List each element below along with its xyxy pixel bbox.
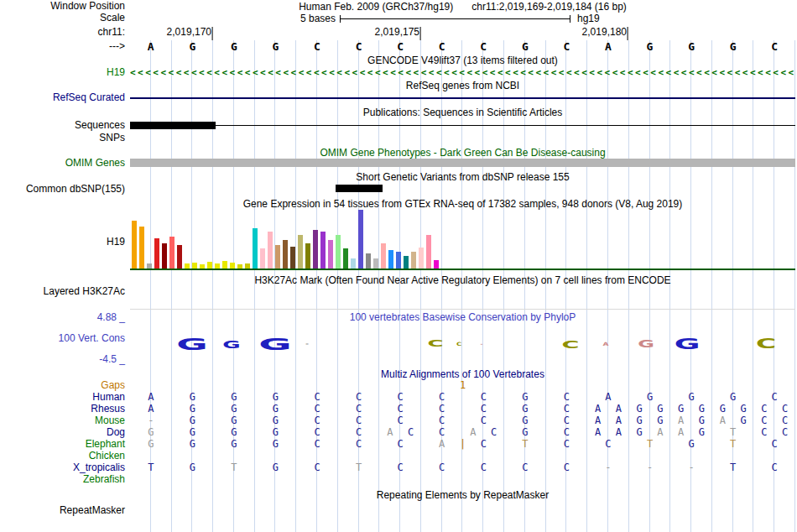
- publications-sequence-box[interactable]: [130, 122, 216, 129]
- alignment-base: G: [730, 392, 736, 403]
- omim-gene-bar[interactable]: [130, 159, 795, 167]
- gtex-bar[interactable]: [162, 243, 167, 269]
- refseq-gene-line[interactable]: [130, 97, 795, 99]
- gtex-bar[interactable]: [419, 248, 424, 269]
- gtex-bar[interactable]: [305, 243, 310, 269]
- alignment-base: C: [761, 415, 767, 426]
- gtex-bar[interactable]: [298, 235, 303, 269]
- base-letter: G: [273, 41, 279, 53]
- track-label-100-vert-cons[interactable]: 100 Vert. Cons: [59, 333, 125, 344]
- conservation-glyph: G: [638, 339, 654, 349]
- alignment-base: G: [740, 404, 746, 415]
- track-label-gtex-h19[interactable]: H19: [107, 237, 125, 248]
- alignment-base: G: [148, 439, 154, 450]
- gtex-bar[interactable]: [313, 230, 318, 269]
- gtex-bar[interactable]: [275, 245, 280, 269]
- gtex-bar[interactable]: [230, 263, 235, 269]
- base-letter: G: [231, 41, 237, 53]
- alignment-base: C: [772, 392, 778, 403]
- gtex-bar[interactable]: [411, 252, 416, 269]
- multiz-row-dog[interactable]: GGGGCCACCACGCAAGAAGTCC: [130, 427, 795, 438]
- track-title-gtex[interactable]: Gene Expression in 54 tissues from GTEx …: [130, 199, 795, 210]
- alignment-base: G: [231, 404, 237, 415]
- track-title-repeatmasker[interactable]: Repeating Elements by RepeatMasker: [130, 490, 795, 501]
- alignment-base: A: [616, 415, 622, 426]
- gtex-bar[interactable]: [260, 248, 265, 269]
- alignment-base: A: [595, 404, 601, 415]
- multiz-row-x_tropicalis[interactable]: TGTGCTCCCCC---TC: [130, 462, 795, 473]
- track-title-conservation[interactable]: 100 vertebrates Basewise Conservation by…: [130, 312, 795, 323]
- base-letter: G: [688, 41, 695, 53]
- gtex-bar[interactable]: [396, 252, 401, 269]
- track-label-sequences[interactable]: Sequences: [75, 120, 125, 131]
- gencode-strand-arrows[interactable]: <<<<<<<<<<<<<<<<<<<<<<<<<<<<<<<<<<<<<<<<…: [130, 68, 795, 78]
- track-label-common-dbsnp[interactable]: Common dbSNP(155): [26, 184, 125, 195]
- conservation-glyphs[interactable]: GGG-CC-CAGGC: [130, 333, 795, 355]
- gtex-bar[interactable]: [366, 253, 371, 269]
- conservation-min-label: -4.5 _: [99, 354, 125, 365]
- multiz-row-mouse[interactable]: -GGGCCCCCGCAAGGAGAGCC: [130, 415, 795, 426]
- track-title-publications[interactable]: Publications: Sequences in Scientific Ar…: [130, 107, 795, 118]
- gtex-bar[interactable]: [192, 263, 197, 269]
- gtex-bar[interactable]: [328, 240, 333, 269]
- multiz-gaps-label[interactable]: Gaps: [101, 380, 125, 391]
- alignment-base: C: [481, 415, 487, 426]
- multiz-row-chicken[interactable]: [130, 451, 795, 462]
- multiz-species-label-dog[interactable]: Dog: [107, 427, 125, 438]
- gtex-bar[interactable]: [426, 235, 431, 269]
- gtex-bar[interactable]: [290, 247, 295, 269]
- track-label-snps[interactable]: SNPs: [99, 133, 125, 143]
- gtex-bar[interactable]: [154, 238, 159, 269]
- alignment-base: C: [439, 392, 445, 403]
- gtex-bars[interactable]: [130, 210, 795, 269]
- multiz-row-zebrafish[interactable]: [130, 474, 795, 485]
- multiz-species-label-human[interactable]: Human: [92, 392, 125, 403]
- gtex-bar[interactable]: [434, 260, 439, 269]
- multiz-row-elephant[interactable]: GGGGCCCA|CTCCTGTC: [130, 439, 795, 450]
- multiz-species-label-rhesus[interactable]: Rhesus: [91, 404, 125, 415]
- track-label-omim-genes[interactable]: OMIM Genes: [65, 158, 125, 169]
- gtex-bar[interactable]: [207, 262, 212, 269]
- gtex-bar[interactable]: [320, 232, 326, 269]
- gtex-bar[interactable]: [388, 250, 393, 269]
- gtex-bar[interactable]: [222, 261, 227, 269]
- chrom-label: chr11:: [98, 27, 125, 38]
- multiz-species-label-chicken[interactable]: Chicken: [89, 451, 125, 462]
- gtex-bar[interactable]: [253, 228, 258, 269]
- gtex-bar[interactable]: [268, 232, 273, 269]
- track-title-h3k27ac[interactable]: H3K27Ac Mark (Often Found Near Active Re…: [130, 275, 795, 286]
- alignment-base: G: [273, 462, 279, 473]
- multiz-species-label-zebrafish[interactable]: Zebrafish: [83, 474, 125, 485]
- gtex-bar[interactable]: [351, 258, 356, 269]
- track-title-dbsnp[interactable]: Short Genetic Variants from dbSNP releas…: [130, 172, 795, 183]
- alignment-base: G: [678, 404, 684, 415]
- alignment-base: G: [190, 404, 195, 415]
- gtex-bar[interactable]: [177, 245, 182, 269]
- gtex-bar[interactable]: [169, 237, 175, 269]
- multiz-row-human[interactable]: AGGGCCCCCGCAGGGC: [130, 392, 795, 403]
- track-label-repeatmasker[interactable]: RepeatMasker: [60, 505, 125, 516]
- dbsnp-variant-box[interactable]: [336, 185, 383, 192]
- alignment-base: T: [730, 462, 736, 473]
- gtex-bar[interactable]: [343, 248, 348, 269]
- gtex-bar[interactable]: [283, 240, 288, 269]
- gtex-bar[interactable]: [336, 235, 341, 269]
- track-title-omim[interactable]: OMIM Gene Phenotypes - Dark Green Can Be…: [130, 148, 795, 159]
- gtex-bar[interactable]: [358, 210, 363, 269]
- gtex-bar[interactable]: [132, 221, 137, 269]
- track-label-h3k27ac[interactable]: Layered H3K27Ac: [44, 286, 125, 297]
- track-title-gencode[interactable]: GENCODE V49lift37 (13 items filtered out…: [130, 55, 795, 66]
- track-label-gencode-h19[interactable]: H19: [107, 67, 125, 78]
- conservation-glyph: -: [480, 342, 482, 347]
- track-title-refseq[interactable]: RefSeq genes from NCBI: [130, 81, 795, 91]
- alignment-base: T: [148, 462, 154, 473]
- multiz-species-label-mouse[interactable]: Mouse: [95, 415, 125, 426]
- multiz-row-rhesus[interactable]: AGGGCCCCCGCAAGGGGGGCC: [130, 404, 795, 415]
- gtex-bar[interactable]: [381, 243, 386, 269]
- multiz-species-label-x_tropicalis[interactable]: X_tropicalis: [73, 462, 125, 473]
- gtex-bar[interactable]: [139, 227, 144, 269]
- gtex-bar[interactable]: [373, 258, 378, 269]
- multiz-species-label-elephant[interactable]: Elephant: [86, 439, 125, 450]
- gtex-bar[interactable]: [404, 256, 409, 269]
- track-label-refseq-curated[interactable]: RefSeq Curated: [53, 92, 125, 103]
